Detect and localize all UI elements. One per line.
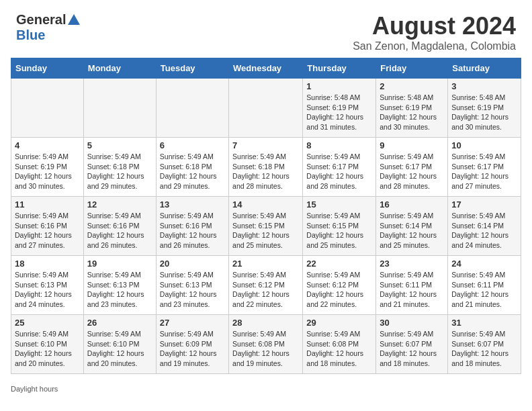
day-info: Sunrise: 5:49 AMSunset: 6:13 PMDaylight:… <box>15 270 80 310</box>
calendar-cell: 22Sunrise: 5:49 AMSunset: 6:12 PMDayligh… <box>303 256 376 315</box>
day-info: Sunrise: 5:49 AMSunset: 6:08 PMDaylight:… <box>306 329 372 369</box>
day-info: Sunrise: 5:48 AMSunset: 6:19 PMDaylight:… <box>451 93 517 132</box>
day-info: Sunrise: 5:49 AMSunset: 6:17 PMDaylight:… <box>306 152 372 191</box>
day-info: Sunrise: 5:49 AMSunset: 6:10 PMDaylight:… <box>87 329 152 369</box>
day-info: Sunrise: 5:49 AMSunset: 6:15 PMDaylight:… <box>306 211 372 250</box>
day-number: 5 <box>87 140 152 150</box>
page-header: General Blue August 2024 San Zenon, Magd… <box>0 0 532 58</box>
day-number: 20 <box>160 259 225 269</box>
logo-blue-text: Blue <box>16 28 45 43</box>
calendar-week-1: 1Sunrise: 5:48 AMSunset: 6:19 PMDaylight… <box>11 79 521 138</box>
calendar-cell: 18Sunrise: 5:49 AMSunset: 6:13 PMDayligh… <box>11 256 84 315</box>
day-info: Sunrise: 5:49 AMSunset: 6:13 PMDaylight:… <box>87 270 152 310</box>
calendar-cell: 27Sunrise: 5:49 AMSunset: 6:09 PMDayligh… <box>156 315 228 374</box>
day-number: 26 <box>87 318 152 328</box>
day-number: 8 <box>306 140 372 150</box>
day-info: Sunrise: 5:49 AMSunset: 6:12 PMDaylight:… <box>306 270 372 310</box>
calendar-cell: 10Sunrise: 5:49 AMSunset: 6:17 PMDayligh… <box>448 138 521 197</box>
day-info: Sunrise: 5:49 AMSunset: 6:13 PMDaylight:… <box>160 270 225 310</box>
calendar-cell: 30Sunrise: 5:49 AMSunset: 6:07 PMDayligh… <box>376 315 448 374</box>
day-info: Sunrise: 5:49 AMSunset: 6:17 PMDaylight:… <box>380 152 444 191</box>
day-number: 21 <box>232 259 299 269</box>
svg-marker-0 <box>68 14 80 25</box>
calendar-week-4: 18Sunrise: 5:49 AMSunset: 6:13 PMDayligh… <box>11 256 521 315</box>
header-tuesday: Tuesday <box>156 58 228 79</box>
calendar-week-2: 4Sunrise: 5:49 AMSunset: 6:19 PMDaylight… <box>11 138 521 197</box>
day-number: 18 <box>15 259 80 269</box>
day-number: 9 <box>380 140 444 150</box>
day-number: 28 <box>232 318 299 328</box>
day-number: 7 <box>232 140 299 150</box>
header-wednesday: Wednesday <box>229 58 303 79</box>
day-info: Sunrise: 5:49 AMSunset: 6:10 PMDaylight:… <box>15 329 80 369</box>
calendar-cell: 1Sunrise: 5:48 AMSunset: 6:19 PMDaylight… <box>303 79 376 138</box>
day-number: 3 <box>451 81 517 91</box>
calendar-cell: 20Sunrise: 5:49 AMSunset: 6:13 PMDayligh… <box>156 256 228 315</box>
header-sunday: Sunday <box>11 58 84 79</box>
day-number: 17 <box>451 199 517 210</box>
calendar-cell: 9Sunrise: 5:49 AMSunset: 6:17 PMDaylight… <box>376 138 448 197</box>
calendar-cell: 19Sunrise: 5:49 AMSunset: 6:13 PMDayligh… <box>83 256 156 315</box>
calendar-container: Sunday Monday Tuesday Wednesday Thursday… <box>0 58 532 381</box>
calendar-table: Sunday Monday Tuesday Wednesday Thursday… <box>11 58 521 374</box>
calendar-cell: 28Sunrise: 5:49 AMSunset: 6:08 PMDayligh… <box>229 315 303 374</box>
calendar-cell: 4Sunrise: 5:49 AMSunset: 6:19 PMDaylight… <box>11 138 84 197</box>
day-info: Sunrise: 5:49 AMSunset: 6:12 PMDaylight:… <box>232 270 299 310</box>
calendar-cell: 14Sunrise: 5:49 AMSunset: 6:15 PMDayligh… <box>229 197 303 256</box>
title-block: August 2024 San Zenon, Magdalena, Colomb… <box>353 12 516 52</box>
calendar-week-3: 11Sunrise: 5:49 AMSunset: 6:16 PMDayligh… <box>11 197 521 256</box>
day-number: 22 <box>306 259 372 269</box>
logo-icon <box>66 13 81 28</box>
day-number: 27 <box>160 318 225 328</box>
calendar-cell: 2Sunrise: 5:48 AMSunset: 6:19 PMDaylight… <box>376 79 448 138</box>
header-monday: Monday <box>83 58 156 79</box>
calendar-cell <box>11 79 84 138</box>
day-info: Sunrise: 5:49 AMSunset: 6:11 PMDaylight:… <box>380 270 444 310</box>
day-info: Sunrise: 5:49 AMSunset: 6:18 PMDaylight:… <box>232 152 299 191</box>
day-info: Sunrise: 5:49 AMSunset: 6:11 PMDaylight:… <box>451 270 517 310</box>
day-number: 1 <box>306 81 372 91</box>
calendar-cell: 13Sunrise: 5:49 AMSunset: 6:16 PMDayligh… <box>156 197 228 256</box>
header-friday: Friday <box>376 58 448 79</box>
calendar-cell: 3Sunrise: 5:48 AMSunset: 6:19 PMDaylight… <box>448 79 521 138</box>
day-info: Sunrise: 5:49 AMSunset: 6:16 PMDaylight:… <box>160 211 225 250</box>
calendar-cell <box>83 79 156 138</box>
header-thursday: Thursday <box>303 58 376 79</box>
day-info: Sunrise: 5:49 AMSunset: 6:17 PMDaylight:… <box>451 152 517 191</box>
footer-text: Daylight hours <box>11 385 58 393</box>
calendar-cell <box>229 79 303 138</box>
day-number: 19 <box>87 259 152 269</box>
day-number: 10 <box>451 140 517 150</box>
header-saturday: Saturday <box>448 58 521 79</box>
day-info: Sunrise: 5:49 AMSunset: 6:15 PMDaylight:… <box>232 211 299 250</box>
day-number: 4 <box>15 140 80 150</box>
day-number: 6 <box>160 140 225 150</box>
calendar-cell: 17Sunrise: 5:49 AMSunset: 6:14 PMDayligh… <box>448 197 521 256</box>
day-info: Sunrise: 5:49 AMSunset: 6:18 PMDaylight:… <box>87 152 152 191</box>
calendar-cell: 25Sunrise: 5:49 AMSunset: 6:10 PMDayligh… <box>11 315 84 374</box>
calendar-cell: 26Sunrise: 5:49 AMSunset: 6:10 PMDayligh… <box>83 315 156 374</box>
subtitle: San Zenon, Magdalena, Colombia <box>353 40 516 52</box>
calendar-cell: 6Sunrise: 5:49 AMSunset: 6:18 PMDaylight… <box>156 138 228 197</box>
calendar-cell: 31Sunrise: 5:49 AMSunset: 6:07 PMDayligh… <box>448 315 521 374</box>
footer: Daylight hours <box>0 381 532 396</box>
calendar-cell: 11Sunrise: 5:49 AMSunset: 6:16 PMDayligh… <box>11 197 84 256</box>
day-info: Sunrise: 5:49 AMSunset: 6:09 PMDaylight:… <box>160 329 225 369</box>
day-number: 31 <box>451 318 517 328</box>
day-number: 25 <box>15 318 80 328</box>
calendar-cell: 15Sunrise: 5:49 AMSunset: 6:15 PMDayligh… <box>303 197 376 256</box>
calendar-body: 1Sunrise: 5:48 AMSunset: 6:19 PMDaylight… <box>11 79 521 374</box>
calendar-cell: 21Sunrise: 5:49 AMSunset: 6:12 PMDayligh… <box>229 256 303 315</box>
day-number: 11 <box>15 199 80 210</box>
day-number: 15 <box>306 199 372 210</box>
day-info: Sunrise: 5:49 AMSunset: 6:14 PMDaylight:… <box>451 211 517 250</box>
logo-general-text: General <box>16 12 66 28</box>
logo: General Blue <box>16 12 81 43</box>
day-number: 24 <box>451 259 517 269</box>
day-number: 23 <box>380 259 444 269</box>
day-info: Sunrise: 5:48 AMSunset: 6:19 PMDaylight:… <box>306 93 372 132</box>
main-title: August 2024 <box>353 12 516 40</box>
day-info: Sunrise: 5:49 AMSunset: 6:18 PMDaylight:… <box>160 152 225 191</box>
day-info: Sunrise: 5:49 AMSunset: 6:16 PMDaylight:… <box>87 211 152 250</box>
calendar-week-5: 25Sunrise: 5:49 AMSunset: 6:10 PMDayligh… <box>11 315 521 374</box>
